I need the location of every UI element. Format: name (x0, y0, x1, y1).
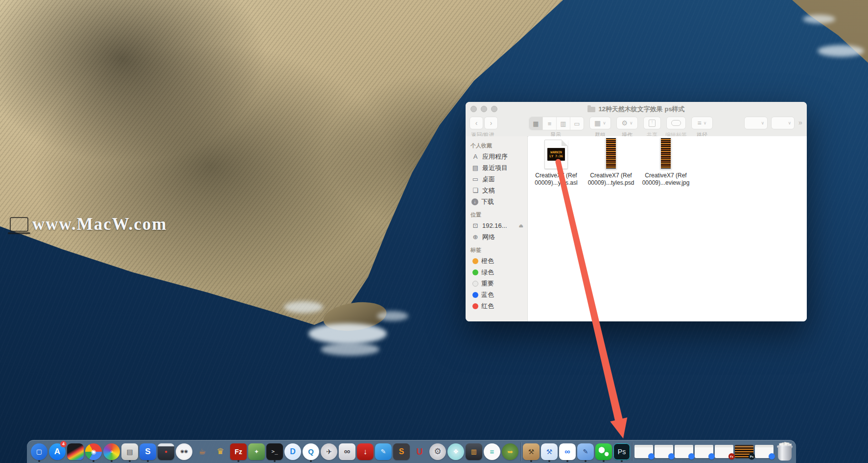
sidebar-item-desktop[interactable]: ▭桌面 (466, 173, 527, 185)
sidebar-item-documents[interactable]: ❏文稿 (466, 185, 527, 196)
sidebar-section-header: 标签 (466, 243, 527, 255)
sidebar-item-network-share[interactable]: ⊡192.16...⏏ (466, 220, 527, 231)
dock-icon-photoshop[interactable]: Ps (613, 441, 630, 462)
sidebar-item-tag-orange[interactable]: 橙色 (466, 255, 527, 267)
dock-icon-paint-tool[interactable]: ✎ (375, 441, 392, 462)
tag-dot-icon (472, 303, 478, 309)
dock-icon-color-wheel[interactable]: ○ (103, 441, 120, 462)
forward-button[interactable]: › (484, 117, 498, 129)
tag-icon (671, 120, 681, 126)
applications-icon: A (471, 153, 479, 160)
dock-icon-media-reels[interactable]: ◉◉ (176, 441, 192, 462)
dock-icon-app-store[interactable]: A4 (49, 441, 66, 462)
back-button[interactable]: ‹ (469, 117, 483, 129)
dock-icon-chat-molecule[interactable]: Q (303, 441, 319, 462)
dock-icon-garden-media[interactable]: ✦ (248, 441, 265, 462)
sidebar-item-tag-important[interactable]: 重要 (466, 278, 527, 289)
tag-dot-icon (472, 269, 478, 275)
dock-icon-print-scanner[interactable]: ▤ (121, 441, 138, 462)
edit-tags-button[interactable] (666, 117, 686, 129)
sidebar-item-tag-red[interactable]: 红色 (466, 300, 527, 312)
film-projector-icon: ▥ (466, 443, 482, 460)
running-indicator (147, 460, 149, 462)
dock-icon-audio-robot[interactable]: oo (339, 441, 355, 462)
network-share-icon: ⊡ (471, 222, 479, 229)
path-button[interactable]: ≡∨ (691, 117, 713, 129)
recents-icon: ▤ (471, 164, 479, 171)
minimized-window[interactable] (675, 445, 693, 458)
view-gallery-view-button[interactable]: ▭ (570, 117, 584, 130)
sidebar-item-recents[interactable]: ▤最近项目 (466, 162, 527, 173)
minimized-window[interactable] (755, 445, 774, 458)
share-button[interactable]: ↑ (643, 117, 661, 129)
dock-icon-video-downloader[interactable]: ↓ (357, 441, 374, 462)
dock-icon-shottr[interactable]: S (140, 441, 156, 462)
dock-icon-final-cut-pro[interactable] (67, 441, 84, 462)
shottr-icon: S (140, 443, 156, 460)
magnet-uninstaller-icon: U (411, 443, 428, 460)
dock-icon-film-projector[interactable]: ▥ (466, 441, 482, 462)
sidebar-item-label: 最近项目 (482, 164, 508, 172)
dock-icon-filezilla[interactable]: Fz (230, 441, 247, 462)
minimized-window[interactable] (655, 445, 673, 458)
group-button[interactable]: ▦∨ (589, 117, 611, 129)
sidebar-item-tag-green[interactable]: 绿色 (466, 267, 527, 278)
action-button[interactable]: ⚙∨ (616, 117, 638, 129)
terminal-icon: >_ (266, 443, 283, 460)
sidebar-item-downloads[interactable]: ↓下载 (466, 196, 527, 207)
view-icon-view-button[interactable]: ▦ (529, 117, 543, 130)
media-reels-icon: ◉◉ (176, 443, 192, 460)
toolbar-dropdown[interactable]: ∨ (771, 117, 795, 129)
dock-separator (520, 442, 521, 461)
sidebar-item-tag-blue[interactable]: 蓝色 (466, 289, 527, 300)
sidebar-item-network[interactable]: ⊕网络 (466, 231, 527, 243)
dock-icon-downie[interactable]: D (284, 441, 301, 462)
cocktail-icon: ☕ (194, 443, 211, 460)
eject-icon[interactable]: ⏏ (519, 223, 523, 228)
sidebar-item-label: 文稿 (482, 186, 495, 195)
dock-icon-teal-lines[interactable]: ≡ (484, 441, 500, 462)
minimized-window[interactable]: Ps (735, 445, 753, 458)
dock-icon-macw-helper[interactable]: ▢ (31, 441, 47, 462)
toolbar-dropdown[interactable]: ∨ (744, 117, 768, 129)
file-asl[interactable]: WARNINLY 7:36CreativeX7 (Ref00009)...yle… (531, 139, 582, 187)
dock-icon-pineapple[interactable]: ♛ (212, 441, 229, 462)
dock-icon-screen-recorder[interactable]: ● (158, 441, 174, 462)
minimized-window[interactable] (695, 445, 713, 458)
running-indicator (38, 460, 40, 462)
chevron-down-icon: ∨ (788, 121, 791, 125)
dock-icon-terminal[interactable]: >_ (266, 441, 283, 462)
dock-icon-rocket-launcher[interactable]: ✈ (321, 441, 337, 462)
dock-icon-blueprint-editor[interactable]: ✎ (577, 441, 594, 462)
file-thumbnail (660, 138, 671, 169)
file-jpg[interactable]: CreativeX7 (Ref00009)...eview.jpg (640, 139, 691, 187)
view-list-view-button[interactable]: ≡ (543, 117, 557, 130)
dock-icon-magnet-uninstaller[interactable]: U (411, 441, 428, 462)
running-indicator (274, 460, 276, 462)
running-indicator (129, 460, 131, 462)
sidebar-item-label: 应用程序 (482, 152, 508, 161)
file-psd[interactable]: CreativeX7 (Ref00009)...tyles.psd (586, 139, 636, 187)
minimized-window-app-badge (708, 453, 715, 460)
dock-icon-installer-toolbox[interactable]: ⚒ (523, 441, 540, 462)
toolbar-overflow-button[interactable]: » (798, 119, 802, 126)
dock-icon-xcode-builder[interactable]: ⚒ (541, 441, 558, 462)
watermark-text: www.MacW.com (32, 215, 167, 234)
view-column-view-button[interactable]: ▥ (557, 117, 570, 130)
dock-icon-wechat[interactable] (595, 441, 612, 462)
dock-icon-cocktail[interactable]: ☕ (194, 441, 211, 462)
minimized-window[interactable] (634, 445, 653, 458)
trash-icon[interactable] (777, 443, 792, 461)
chevron-down-icon: ∨ (704, 121, 707, 125)
dock-minimized-windows: FzPs (634, 445, 774, 458)
dock-icon-sublime-text[interactable]: S (393, 441, 410, 462)
dock-icon-system-preferences[interactable]: ⚙ (429, 441, 446, 462)
notification-badge: 4 (60, 441, 67, 447)
dock-icon-photos-viewer[interactable]: ❖ (447, 441, 464, 462)
dock-icon-baidu-netdisk[interactable]: ∞ (559, 441, 576, 462)
minimized-window[interactable]: Fz (715, 445, 733, 458)
sidebar-item-applications[interactable]: A应用程序 (466, 151, 527, 162)
surf-foam (284, 301, 323, 313)
dock-icon-chrome[interactable]: ◉ (85, 441, 102, 462)
dock-icon-web-downloader[interactable]: ➥ (502, 441, 518, 462)
